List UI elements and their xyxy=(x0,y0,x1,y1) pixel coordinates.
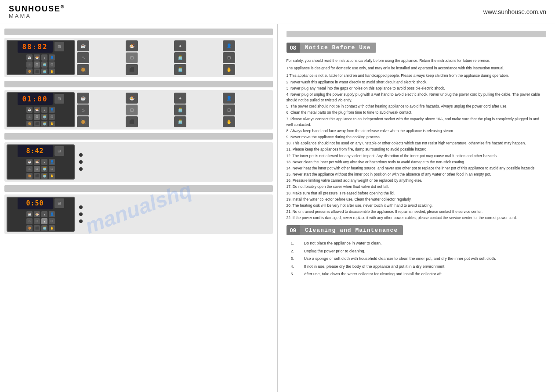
icon-cell: ⊡ xyxy=(126,104,138,115)
display-time-3: 8:42 xyxy=(26,147,44,155)
dicon: ⊡ xyxy=(49,61,55,68)
cleaning-item: 2.Unplug the power prior to cleaning. xyxy=(287,248,547,255)
icon-cell: 🥘 xyxy=(77,116,89,127)
device-display-4: 0:50 ⊞ ☕ 🍜 ● 👤 ♨ ⊡ ● ⊡ xyxy=(7,197,75,232)
dicon: ⊡ xyxy=(49,114,55,120)
icon-cell: ☕ xyxy=(77,40,89,51)
icon-cell: 👤 xyxy=(223,93,235,104)
icon-cell: 🫙 xyxy=(174,52,186,63)
notice-item: 3. Never plug any metal into the gaps or… xyxy=(287,86,547,91)
notice-item: 4. Never plug or unplug the power supply… xyxy=(287,92,547,103)
icon-cell: ☕ xyxy=(77,93,89,104)
dicon: 👤 xyxy=(49,107,55,113)
dicon: ✋ xyxy=(49,225,55,231)
dicon: 🍜 xyxy=(34,107,40,113)
dicon: 🫙 xyxy=(41,61,47,68)
dicon: 🍜 xyxy=(34,211,40,217)
notice-item: 16. Pressure limiting valve cannot add a… xyxy=(287,178,547,183)
dicon: ⊡ xyxy=(34,218,40,224)
dicon: 🫙 xyxy=(41,121,47,127)
display-time-1: 88:82 xyxy=(22,43,47,51)
cleaning-item-text: If not in use, please dry the body of th… xyxy=(304,264,446,270)
icon-cell: 🍜 xyxy=(126,40,138,51)
cleaning-items: 1.Do not place the appliance in water to… xyxy=(287,241,547,277)
page-header: SUNHOUSE® MAMA www.sunhouse.com.vn xyxy=(0,0,555,24)
notice-item: 13. Never clean the inner pot with any a… xyxy=(287,159,547,165)
display-time-4: 0:50 xyxy=(26,199,44,207)
notice-intro-text-2: The appliance is designed for domestic u… xyxy=(287,65,547,71)
section-3-content: 8:42 ⊞ ☕ 🍜 ● 👤 ♨ ⊡ 🫙 ⊡ xyxy=(4,142,273,182)
bullet-dot xyxy=(79,212,83,216)
dicon: ⊡ xyxy=(49,218,55,224)
bullet-dot xyxy=(79,167,83,171)
dicon: ☕ xyxy=(26,54,33,61)
device-section-1: 88:82 ⊞ ☕ 🍜 ● 👤 ♨ ⊡ 🫙 ⊡ xyxy=(4,38,273,77)
icon-cell: 🫙 xyxy=(174,64,186,75)
bullet-item xyxy=(79,153,83,157)
icon-cell: ♨ xyxy=(77,104,89,115)
dicon: ☕ xyxy=(26,159,33,165)
dicon: ● xyxy=(41,218,47,224)
dicon: ⊡ xyxy=(34,166,40,172)
logo-area: SUNHOUSE® MAMA xyxy=(9,4,65,19)
cleaning-item: 1.Do not place the appliance in water to… xyxy=(287,241,547,247)
dicon: 🥘 xyxy=(26,225,33,231)
cleaning-item-text: Use a sponge or soft cloth with househol… xyxy=(304,256,496,262)
icon-cell: 🍜 xyxy=(126,93,138,104)
notice-item: 5. The power cord should not be in conta… xyxy=(287,104,547,109)
registered-trademark: ® xyxy=(61,4,65,9)
dicon: ⬛ xyxy=(34,173,40,179)
device-section-4: 0:50 ⊞ ☕ 🍜 ● 👤 ♨ ⊡ ● ⊡ xyxy=(4,194,273,234)
icon-grid-2: ☕ 🍜 ● 👤 ♨ ⊡ 🫙 ⊡ 🥘 ⬛ 🫙 ✋ xyxy=(77,93,271,127)
icon-cell: ● xyxy=(174,40,186,51)
dicon: 🫙 xyxy=(41,173,47,179)
dicon: 🫙 xyxy=(41,68,47,75)
dicon: ● xyxy=(41,54,47,61)
top-band-3 xyxy=(4,133,273,140)
brand-logo: SUNHOUSE® xyxy=(9,4,65,14)
dicon: ● xyxy=(41,107,47,113)
notice-item: 17. Do not forcibly open the cover when … xyxy=(287,184,547,190)
icon-cell: 🫙 xyxy=(174,116,186,127)
dicon: ✋ xyxy=(49,68,55,75)
cleaning-item: 4.If not in use, please dry the body of … xyxy=(287,264,547,270)
bullet-list-3 xyxy=(79,153,83,171)
notice-intro-text-1: For safety, you should read the instruct… xyxy=(287,58,547,64)
dicon: 🍜 xyxy=(34,159,40,165)
icon-cell: ♨ xyxy=(77,52,89,63)
device-display-2: 01:00 ⊞ ☕ 🍜 ● 👤 ♨ ⊡ 🫙 ⊡ xyxy=(7,92,75,127)
dicon: 👤 xyxy=(49,159,55,165)
notice-item: 7. Please always connect this appliance … xyxy=(287,116,547,128)
bullet-item xyxy=(79,212,83,216)
dicon: 🥘 xyxy=(26,68,33,75)
brand-name: SUNHOUSE xyxy=(9,4,61,13)
dicon: 🫙 xyxy=(41,225,47,231)
notice-section-header: 08 Notice Before Use xyxy=(287,43,547,53)
icon-cell: ⊡ xyxy=(126,52,138,63)
dicon: 👤 xyxy=(49,54,55,61)
notice-section-title: Notice Before Use xyxy=(300,43,376,53)
dicon: ⊡ xyxy=(34,114,40,120)
notice-item: 9. Never move the appliance during the c… xyxy=(287,134,547,140)
cleaning-item-num: 5. xyxy=(291,271,297,277)
cleaning-item-num: 4. xyxy=(291,264,297,270)
device-display-1: 88:82 ⊞ ☕ 🍜 ● 👤 ♨ ⊡ 🫙 ⊡ xyxy=(7,40,75,75)
right-top-band xyxy=(287,31,547,37)
notice-item: 14. Never heat the inner pot with other … xyxy=(287,165,547,171)
bullet-item xyxy=(79,205,83,209)
dicon: ♨ xyxy=(26,166,33,172)
bullet-item xyxy=(79,167,83,171)
notice-items: 1.This appliance is not suitable for chi… xyxy=(287,73,547,221)
dicon: ⊡ xyxy=(49,166,55,172)
dicon: ⊡ xyxy=(34,61,40,68)
dicon: ● xyxy=(41,159,47,165)
cleaning-section-number: 09 xyxy=(287,225,300,235)
device-section-2: 01:00 ⊞ ☕ 🍜 ● 👤 ♨ ⊡ 🫙 ⊡ xyxy=(4,90,273,129)
icon-cell: ⬛ xyxy=(126,116,138,127)
icon-cell: ⊡ xyxy=(223,104,235,115)
cleaning-section-title: Cleaning and Maintenance xyxy=(300,225,403,235)
dicon: 🥘 xyxy=(26,173,33,179)
notice-item: 10. This appliance should not be used on… xyxy=(287,140,547,146)
icon-cell: ⊡ xyxy=(223,52,235,63)
section-1-content: 88:82 ⊞ ☕ 🍜 ● 👤 ♨ ⊡ 🫙 ⊡ xyxy=(4,38,273,77)
